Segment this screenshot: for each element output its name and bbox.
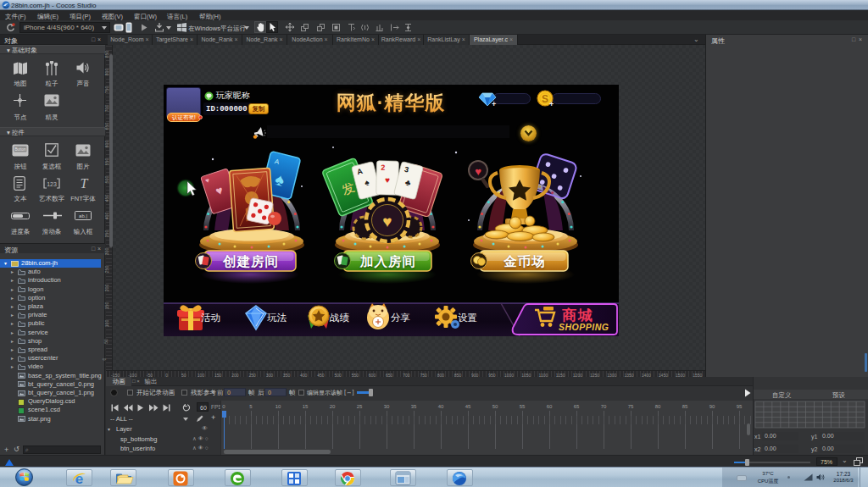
svg-text:T: T	[81, 176, 89, 190]
svg-text:♥: ♥	[475, 165, 481, 178]
svg-text:ab.|: ab.|	[79, 213, 87, 219]
svg-text:2: 2	[381, 163, 385, 172]
svg-text:+: +	[549, 100, 554, 108]
svg-text:+: +	[492, 100, 496, 108]
svg-text:Button: Button	[14, 147, 26, 152]
svg-text:123: 123	[47, 181, 57, 187]
svg-text:♥: ♥	[385, 175, 390, 185]
svg-text:S: S	[542, 93, 548, 105]
svg-text:e: e	[75, 471, 83, 486]
svg-text:♥: ♥	[382, 213, 392, 230]
